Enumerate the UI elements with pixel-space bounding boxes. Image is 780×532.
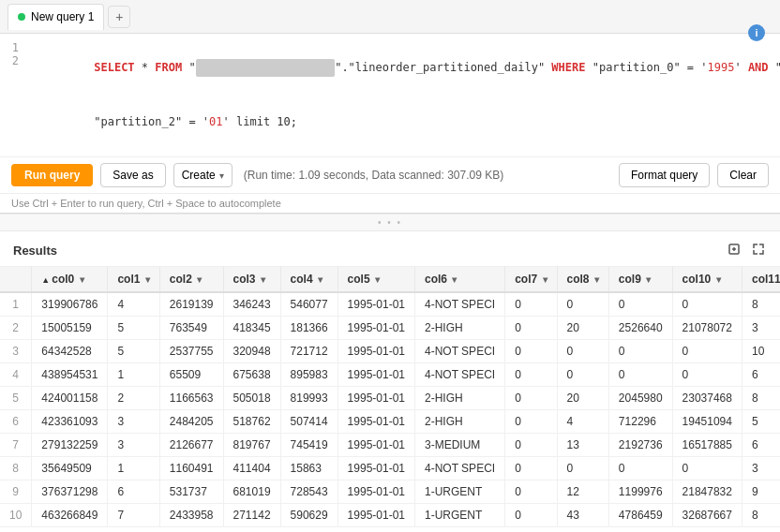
table-cell: 463266849 [32, 504, 108, 527]
table-cell: 745419 [280, 434, 338, 457]
table-cell: 65509 [159, 363, 223, 387]
code-line-2: "partition_2" = '01' limit 10; [26, 96, 780, 150]
table-cell: 721712 [280, 340, 338, 363]
table-cell: 12 [557, 480, 608, 504]
resize-handle[interactable]: • • • [0, 214, 780, 231]
table-cell: 32687667 [672, 504, 742, 527]
table-row: 1319906786426191393462435460771995-01-01… [0, 292, 780, 317]
row-number: 5 [0, 387, 32, 410]
expand-icon[interactable] [750, 241, 767, 260]
tab-status-dot [18, 13, 25, 21]
table-cell: 4786459 [608, 504, 672, 527]
table-cell: 0 [608, 292, 672, 317]
table-cell: 43 [557, 504, 608, 527]
table-cell: 3-MEDIUM [415, 434, 505, 457]
table-cell: 15005159 [32, 317, 108, 340]
format-query-button[interactable]: Format query [619, 163, 710, 187]
col3-header[interactable]: col3 ▾ [223, 267, 280, 292]
table-cell: 1995-01-01 [338, 410, 414, 434]
table-cell: 0 [505, 387, 557, 410]
table-cell: 0 [505, 317, 557, 340]
table-cell: 2126677 [159, 434, 223, 457]
tab-add-button[interactable]: + [108, 6, 130, 28]
create-button[interactable]: Create ▾ [173, 163, 232, 187]
table-cell: 505018 [223, 387, 280, 410]
table-cell: 0 [505, 363, 557, 387]
table-cell: 0 [505, 434, 557, 457]
table-cell: 10 [742, 340, 780, 363]
table-row: 21500515957635494183451813661995-01-012-… [0, 317, 780, 340]
clear-button[interactable]: Clear [717, 163, 769, 187]
save-as-button[interactable]: Save as [100, 163, 165, 187]
table-cell: 4-NOT SPECI [415, 340, 505, 363]
table-cell: 2192736 [608, 434, 672, 457]
table-cell: 2 [108, 387, 159, 410]
chevron-down-icon: ▾ [219, 170, 224, 181]
col11-header[interactable]: col11 ▾ [742, 267, 780, 292]
table-cell: 279132259 [32, 434, 108, 457]
col2-header[interactable]: col2 ▾ [159, 267, 223, 292]
info-icon[interactable]: i [748, 24, 765, 41]
table-cell: 1995-01-01 [338, 504, 414, 527]
results-table-container[interactable]: col0 ▾ col1 ▾ col2 ▾ col3 ▾ col4 ▾ col5 … [0, 267, 780, 532]
results-header: Results [0, 231, 780, 267]
table-cell: 0 [608, 457, 672, 480]
table-cell: 895983 [280, 363, 338, 387]
table-cell: 0 [557, 457, 608, 480]
table-cell: 7 [108, 504, 159, 527]
table-cell: 2526640 [608, 317, 672, 340]
tab-new-query-1[interactable]: New query 1 [8, 4, 104, 30]
table-cell: 2619139 [159, 292, 223, 317]
table-cell: 0 [505, 504, 557, 527]
table-cell: 1995-01-01 [338, 387, 414, 410]
table-cell: 546077 [280, 292, 338, 317]
results-title: Results [13, 244, 57, 258]
table-cell: 8 [742, 504, 780, 527]
table-cell: 2045980 [608, 387, 672, 410]
table-cell: 6 [108, 480, 159, 504]
col4-header[interactable]: col4 ▾ [280, 267, 338, 292]
col1-header[interactable]: col1 ▾ [108, 267, 159, 292]
table-cell: 35649509 [32, 457, 108, 480]
table-cell: 2537755 [159, 340, 223, 363]
table-cell: 1995-01-01 [338, 480, 414, 504]
table-cell: 0 [505, 292, 557, 317]
col0-header[interactable]: col0 ▾ [32, 267, 108, 292]
row-number: 1 [0, 292, 32, 317]
table-cell: 1995-01-01 [338, 363, 414, 387]
table-cell: 346243 [223, 292, 280, 317]
table-cell: 376371298 [32, 480, 108, 504]
row-number: 2 [0, 317, 32, 340]
table-cell: 6 [742, 363, 780, 387]
table-cell: 1199976 [608, 480, 672, 504]
table-cell: 13 [557, 434, 608, 457]
table-row: 83564950911160491411404158631995-01-014-… [0, 457, 780, 480]
col5-header[interactable]: col5 ▾ [338, 267, 414, 292]
create-label: Create [182, 169, 216, 182]
table-cell: 681019 [223, 480, 280, 504]
editor-body[interactable]: 1 2 SELECT * FROM "████████████████████"… [0, 34, 780, 156]
col9-header[interactable]: col9 ▾ [608, 267, 672, 292]
col8-header[interactable]: col8 ▾ [557, 267, 608, 292]
table-cell: 590629 [280, 504, 338, 527]
table-cell: 1 [108, 363, 159, 387]
table-cell: 3 [108, 410, 159, 434]
export-icon[interactable] [726, 241, 742, 260]
table-cell: 0 [608, 363, 672, 387]
table-cell: 21847832 [672, 480, 742, 504]
table-row: 937637129865317376810197285431995-01-011… [0, 480, 780, 504]
col10-header[interactable]: col10 ▾ [672, 267, 742, 292]
table-cell: 0 [557, 363, 608, 387]
col-rownum-header [0, 267, 32, 292]
col7-header[interactable]: col7 ▾ [505, 267, 557, 292]
code-content[interactable]: SELECT * FROM "████████████████████"."li… [26, 41, 780, 149]
table-cell: 1995-01-01 [338, 340, 414, 363]
run-query-button[interactable]: Run query [11, 164, 93, 186]
table-cell: 0 [505, 480, 557, 504]
table-cell: 712296 [608, 410, 672, 434]
table-cell: 20 [557, 317, 608, 340]
toolbar: Run query Save as Create ▾ (Run time: 1.… [0, 156, 780, 194]
table-cell: 3 [742, 317, 780, 340]
col6-header[interactable]: col6 ▾ [415, 267, 505, 292]
table-cell: 411404 [223, 457, 280, 480]
